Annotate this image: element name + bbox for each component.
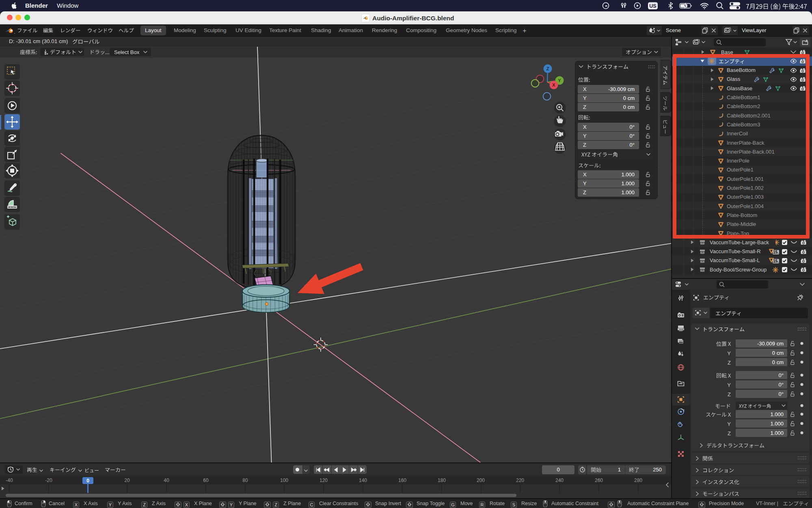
svg-text:US: US: [649, 3, 656, 9]
svg-text:Z: Z: [546, 66, 549, 71]
svg-text:X: X: [552, 82, 555, 87]
svg-text:Y: Y: [558, 78, 561, 83]
